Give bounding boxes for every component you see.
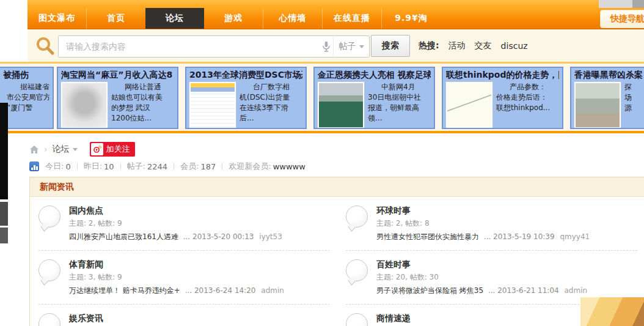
left-floating-widget[interactable] [0, 228, 8, 243]
lastpost-title[interactable]: 四川雅安芦山地震已致161人遇难 [69, 232, 178, 241]
new-member-name[interactable]: wwwww [273, 162, 306, 171]
news-card-text: 产品参数： [496, 82, 559, 92]
top-strip [27, 0, 599, 8]
news-card-text: 机(DSC)出货量 [240, 92, 302, 103]
lastpost-time: ... 2013-5-20 00:13 [183, 232, 254, 241]
breadcrumb-chevron: › [44, 144, 48, 154]
forum-lastpost[interactable]: 男子误将微波炉当保险箱 烤焦35 ... 2013-6-21 11:04 adm… [376, 285, 637, 296]
quick-nav-button[interactable]: 快捷导航 [600, 10, 644, 28]
hot-search: 热搜: 活动 交友 discuz [419, 29, 528, 62]
news-card-text: 30日电据朝中社 [368, 92, 431, 103]
stat-value: 187 [200, 162, 216, 171]
forum-bubble-icon [346, 206, 368, 228]
news-card[interactable]: 被捅伤 据福建省厦 市公安局官方 “厦门警 [0, 67, 54, 129]
hot-search-item[interactable]: 交友 [475, 40, 492, 51]
news-card-title: 2013年全球消费型DSC市场恐 [189, 69, 302, 81]
news-card-text: 据福建省厦 [7, 82, 49, 92]
search-type-select[interactable]: 帖子 [333, 36, 369, 57]
weibo-follow-button[interactable]: 加关注 [90, 142, 135, 157]
search-button[interactable]: 搜索 [371, 35, 410, 57]
news-card-text: 领... [368, 113, 431, 124]
news-card-text: 中新网4月 [368, 82, 431, 92]
lastpost-title[interactable]: 男子误将微波炉当保险箱 烤焦35 [376, 286, 483, 295]
breadcrumb-forum-link[interactable]: 论坛 [53, 144, 78, 155]
forum-category-title[interactable]: 新闻资讯 [40, 182, 74, 193]
corner-popup-image[interactable] [580, 297, 644, 326]
browser-scrollbar-stub[interactable] [599, 0, 632, 8]
forum-stats: 主题: 2, 帖数: 8 [376, 218, 637, 229]
news-card-text: 在连续3季下滑 [240, 103, 302, 113]
tab-games[interactable]: 游戏 [204, 8, 263, 29]
news-card-text: 台厂数字相 [240, 82, 302, 92]
news-card[interactable]: 金正恩频携夫人亮相 视察足球 中新网4月 30日电据朝中社 报道，朝鲜最高 领.… [313, 67, 435, 129]
tab-forum[interactable]: 论坛 [145, 8, 204, 29]
news-card-text: 市公安局官方 [7, 92, 49, 103]
left-floating-widget[interactable] [0, 103, 8, 199]
tab-moodwall[interactable]: 心情墙 [263, 8, 322, 29]
lastpost-title[interactable]: 万达继续埋单！ 赔卡马乔违约金+ [69, 286, 180, 295]
forum-category-header[interactable]: 新闻资讯 [30, 177, 644, 197]
tab-taobao[interactable]: 9.9¥淘 [381, 8, 441, 29]
tab-live[interactable]: 在线直播 [322, 8, 381, 29]
browser-scrollbar-thumb[interactable] [632, 0, 644, 8]
search-icon [35, 35, 56, 56]
forum-bubble-icon [38, 313, 60, 326]
forum-lastpost[interactable]: 万达继续埋单！ 赔卡马乔违约金+ ... 2013-6-24 14:20 adm… [69, 285, 330, 296]
lastpost-user[interactable]: iyyt53 [259, 232, 282, 241]
news-card-text: “厦门警 [7, 103, 49, 113]
news-card[interactable]: 2013年全球消费型DSC市场恐 台厂数字相 机(DSC)出货量 在连续3季下滑… [185, 67, 307, 129]
forum-bubble-icon [38, 206, 60, 228]
forum-title[interactable]: 体育新闻 [69, 259, 330, 270]
tab-home[interactable]: 首页 [86, 8, 145, 29]
stat-label: 今日: [45, 161, 64, 172]
lastpost-user[interactable]: admin [565, 286, 588, 295]
news-thumb-chart [446, 82, 492, 128]
news-card-text: 的梦想 武汉 [111, 103, 174, 113]
lastpost-title[interactable]: 男性遭女性犯罪团伙实施性暴力 [376, 232, 479, 241]
tab-waterfall[interactable]: 图文瀑布 [27, 8, 86, 29]
home-icon[interactable] [29, 145, 39, 154]
search-input-group: 帖子 [58, 35, 370, 57]
news-card-text: 联想thinkpod... [496, 103, 559, 113]
chevron-down-icon [359, 45, 364, 48]
forum-item[interactable]: 体育新闻 主题: 3, 帖数: 9 万达继续埋单！ 赔卡马乔违约金+ ... 2… [38, 251, 330, 305]
forum-lastpost[interactable]: 四川雅安芦山地震已致161人遇难 ... 2013-5-20 00:13 iyy… [69, 231, 330, 242]
lastpost-time: ... 2013-6-24 14:20 [185, 286, 256, 295]
hot-search-item[interactable]: 活动 [448, 40, 466, 51]
news-card[interactable]: 香港曝黑帮凶杀案 探 场 源 [570, 67, 644, 129]
forum-title[interactable]: 娱乐资讯 [69, 313, 330, 324]
news-card[interactable]: 联想thinkpod的价格走势，目前 产品参数： 价格走势后语： 联想think… [442, 67, 563, 129]
news-thumb-person [61, 82, 108, 128]
forum-category-panel: 新闻资讯 国内焦点 主题: 2, 帖数: 9 四川雅安芦山地震已致161人遇难 … [29, 177, 644, 326]
news-card-text: 场 [624, 92, 644, 103]
weibo-follow-label: 加关注 [106, 144, 130, 155]
lastpost-user[interactable]: qmyy41 [560, 232, 590, 241]
left-floating-widget[interactable] [0, 202, 8, 226]
forum-item[interactable]: 环球时事 主题: 2, 帖数: 8 男性遭女性犯罪团伙实施性暴力 ... 201… [346, 197, 637, 251]
forum-stats: 主题: 2, 帖数: 9 [69, 218, 330, 229]
forum-lastpost[interactable]: 男性遭女性犯罪团伙实施性暴力 ... 2013-5-19 10:39 qmyy4… [376, 231, 637, 242]
breadcrumb-forum-label: 论坛 [53, 144, 70, 155]
news-thumb-table [189, 82, 236, 128]
forum-title[interactable]: 环球时事 [376, 205, 637, 217]
forum-item[interactable]: 百姓时事 主题: 20, 帖数: 30 男子误将微波炉当保险箱 烤焦35 ...… [346, 251, 637, 305]
forum-item[interactable]: 娱乐资讯 [38, 305, 330, 326]
forum-stats-bar: 今日:0 昨日:10 帖子:2244 会员:187 欢迎新会员:wwwww [29, 160, 306, 172]
forum-stats: 主题: 3, 帖数: 9 [69, 272, 330, 283]
news-card-title: 金正恩频携夫人亮相 视察足球 [318, 69, 431, 81]
news-card[interactable]: 淘宝网当“麻豆”月收入高达8 网络让普通 姑娘也可以有美 的梦想 武汉 1200… [57, 67, 178, 129]
page: 图文瀑布 首页 论坛 游戏 心情墙 在线直播 9.9¥淘 快捷导航 帖子 [0, 0, 644, 326]
search-input[interactable] [59, 42, 320, 51]
forum-title[interactable]: 国内焦点 [69, 205, 330, 217]
hot-search-label: 热搜: [419, 40, 439, 51]
news-card-title: 香港曝黑帮凶杀案 [574, 69, 644, 81]
forum-bubble-icon [346, 313, 368, 326]
hot-search-item[interactable]: discuz [501, 41, 528, 51]
forum-item[interactable]: 国内焦点 主题: 2, 帖数: 9 四川雅安芦山地震已致161人遇难 ... 2… [38, 197, 330, 251]
stats-chart-icon [29, 161, 39, 171]
stat-label: 欢迎新会员: [229, 161, 271, 172]
lastpost-user[interactable]: admin [261, 286, 284, 295]
microphone-icon[interactable] [320, 40, 333, 53]
main-navbar: 图文瀑布 首页 论坛 游戏 心情墙 在线直播 9.9¥淘 快捷导航 [27, 8, 644, 29]
forum-title[interactable]: 百姓时事 [376, 259, 637, 270]
